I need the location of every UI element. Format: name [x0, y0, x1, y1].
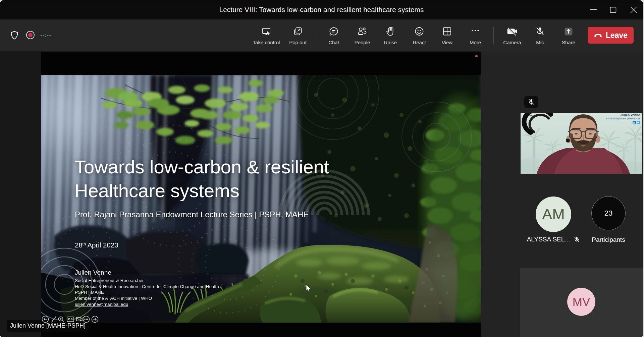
- svg-text:I was brought up with art: I was brought up with art: [523, 115, 545, 117]
- svg-text:in: in: [633, 122, 635, 124]
- svg-text:Social Entrepreneur | Research: Social Entrepreneur | Researcher: [606, 117, 640, 120]
- svg-text:Julien Venne: Julien Venne: [621, 113, 640, 117]
